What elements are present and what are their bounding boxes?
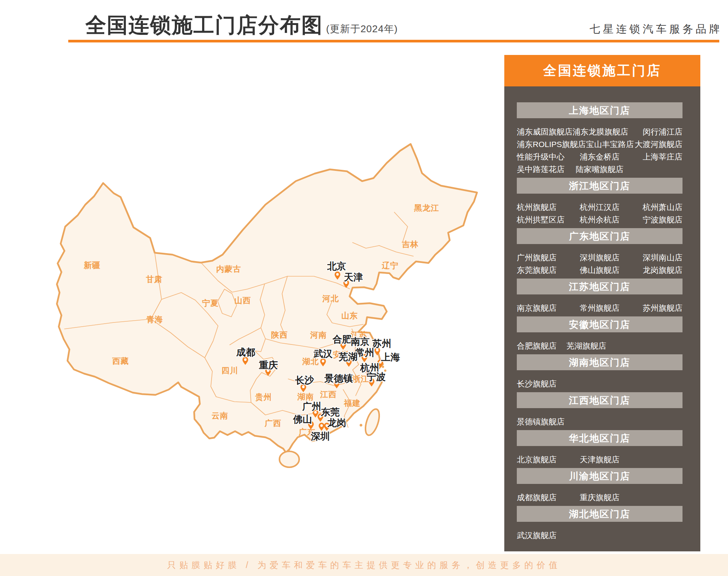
region-store-rows: 广州旗舰店深圳旗舰店深圳南山店东莞旗舰店佛山旗舰店龙岗旗舰店 <box>517 251 682 276</box>
province-label: 甘肃 <box>146 275 163 284</box>
store-row: 东莞旗舰店佛山旗舰店龙岗旗舰店 <box>517 264 682 276</box>
province-label: 新疆 <box>83 261 100 270</box>
province-label: 贵州 <box>255 393 272 402</box>
taiwan-island <box>360 407 382 437</box>
city-label: 佛山 <box>293 414 312 425</box>
province-label: 河北 <box>322 294 339 303</box>
store-list-panel: 全国连锁施工门店 上海地区门店浦东威固旗舰店浦东龙膜旗舰店闵行浦江店浦东ROLI… <box>504 55 700 551</box>
province-label: 河南 <box>310 330 327 340</box>
region-header: 湖北地区门店 <box>517 506 682 522</box>
city-label: 苏州 <box>372 338 391 349</box>
hainan-island <box>279 451 299 467</box>
region-header: 浙江地区门店 <box>517 178 682 194</box>
store-name: 龙岗旗舰店 <box>627 265 682 275</box>
store-name: 吴中路莲花店 <box>517 164 572 175</box>
city-label: 深圳 <box>311 431 330 442</box>
store-row: 浦东威固旗舰店浦东龙膜旗舰店闵行浦江店 <box>517 125 682 138</box>
store-row: 吴中路莲花店陆家嘴旗舰店 <box>517 163 682 175</box>
region-store-rows: 杭州旗舰店杭州江汉店杭州萧山店杭州拱墅区店杭州余杭店宁波旗舰店 <box>517 201 682 226</box>
province-label: 福建 <box>344 399 361 408</box>
store-row: 杭州拱墅区店杭州余杭店宁波旗舰店 <box>517 213 682 226</box>
store-name: 杭州余杭店 <box>572 214 628 225</box>
province-label: 江西 <box>320 390 337 399</box>
store-name: 成都旗舰店 <box>517 492 572 503</box>
store-row: 合肥旗舰店芜湖旗舰店 <box>517 340 682 352</box>
store-name: 浦东金桥店 <box>572 152 628 162</box>
store-name: 重庆旗舰店 <box>572 492 628 503</box>
region-store-rows: 南京旗舰店常州旗舰店苏州旗舰店 <box>517 302 682 314</box>
store-name: 大渡河旗舰店 <box>634 139 682 150</box>
store-row: 性能升级中心浦东金桥店上海莘庄店 <box>517 150 682 163</box>
province-label: 四川 <box>221 366 238 375</box>
store-row: 长沙旗舰店 <box>517 377 682 390</box>
store-name: 南京旗舰店 <box>517 303 572 313</box>
region-header: 湖南地区门店 <box>517 354 682 370</box>
city-label: 天津 <box>344 272 363 283</box>
city-label: 宁波 <box>367 371 386 382</box>
store-name: 芜湖旗舰店 <box>566 341 606 351</box>
store-name: 宝山丰宝路店 <box>586 139 634 150</box>
store-name: 佛山旗舰店 <box>572 265 628 275</box>
city-label: 南京 <box>350 336 370 347</box>
store-name: 浦东威固旗舰店 <box>517 127 573 137</box>
region-header: 上海地区门店 <box>517 102 682 118</box>
city-label: 东莞 <box>320 407 340 418</box>
store-row: 成都旗舰店重庆旗舰店 <box>517 491 682 504</box>
city-label: 成都 <box>236 347 255 358</box>
store-row: 广州旗舰店深圳旗舰店深圳南山店 <box>517 251 682 264</box>
store-name: 苏州旗舰店 <box>627 303 682 313</box>
store-name: 陆家嘴旗舰店 <box>572 164 628 175</box>
region-store-rows: 浦东威固旗舰店浦东龙膜旗舰店闵行浦江店浦东ROLIPS旗舰店宝山丰宝路店大渡河旗… <box>517 125 682 175</box>
store-name: 武汉旗舰店 <box>517 530 572 541</box>
city-label: 常州 <box>355 347 374 358</box>
province-label: 黑龙江 <box>414 203 439 213</box>
region-header: 华北地区门店 <box>517 430 682 446</box>
province-label: 内蒙古 <box>216 265 241 274</box>
province-label: 青海 <box>146 315 163 324</box>
region-store-rows: 长沙旗舰店 <box>517 377 682 390</box>
region-store-rows: 武汉旗舰店 <box>517 529 682 542</box>
region-store-rows: 合肥旗舰店芜湖旗舰店 <box>517 340 682 352</box>
store-name: 上海莘庄店 <box>627 152 682 162</box>
region-store-rows: 成都旗舰店重庆旗舰店 <box>517 491 682 504</box>
province-label: 辽宁 <box>381 261 399 270</box>
store-name: 北京旗舰店 <box>517 454 572 465</box>
store-name: 合肥旗舰店 <box>517 341 557 351</box>
store-name: 杭州拱墅区店 <box>517 214 572 225</box>
city-label: 龙岗 <box>327 417 346 428</box>
store-name: 广州旗舰店 <box>517 252 572 263</box>
store-name: 东莞旗舰店 <box>517 265 572 275</box>
store-name: 杭州江汉店 <box>572 202 628 213</box>
store-row: 杭州旗舰店杭州江汉店杭州萧山店 <box>517 201 682 213</box>
region-store-rows: 景德镇旗舰店 <box>517 415 682 428</box>
city-label: 芜湖 <box>338 351 358 362</box>
city-label: 合肥 <box>332 334 352 345</box>
province-label: 吉林 <box>402 240 419 249</box>
city-label: 北京 <box>327 261 346 272</box>
store-name: 宁波旗舰店 <box>627 214 682 225</box>
store-name: 深圳南山店 <box>627 252 682 263</box>
province-label: 山东 <box>341 311 358 320</box>
region-header: 江苏地区门店 <box>517 279 682 294</box>
store-name: 浦东龙膜旗舰店 <box>573 127 628 137</box>
store-row: 武汉旗舰店 <box>517 529 682 542</box>
store-name: 杭州萧山店 <box>627 202 682 213</box>
store-name: 浦东ROLIPS旗舰店 <box>517 139 586 150</box>
store-name: 长沙旗舰店 <box>517 379 572 389</box>
footer-tagline: 只贴膜贴好膜 / 为爱车和爱车的车主提供更专业的服务，创造更多的价值 <box>0 554 728 576</box>
store-name: 性能升级中心 <box>517 152 572 162</box>
store-name: 景德镇旗舰店 <box>517 416 572 427</box>
store-row: 景德镇旗舰店 <box>517 415 682 428</box>
panel-title: 全国连锁施工门店 <box>504 55 700 86</box>
city-label: 重庆 <box>259 360 278 371</box>
china-outline <box>57 144 477 452</box>
province-label: 陕西 <box>271 330 288 340</box>
province-label: 山西 <box>234 296 251 305</box>
city-label: 上海 <box>381 352 400 363</box>
store-name: 天津旗舰店 <box>572 454 628 465</box>
region-header: 江西地区门店 <box>517 392 682 408</box>
city-label: 广州 <box>302 401 321 412</box>
region-header: 广东地区门店 <box>517 228 682 244</box>
province-label: 广西 <box>264 419 281 428</box>
store-row: 浦东ROLIPS旗舰店宝山丰宝路店大渡河旗舰店 <box>517 138 682 150</box>
